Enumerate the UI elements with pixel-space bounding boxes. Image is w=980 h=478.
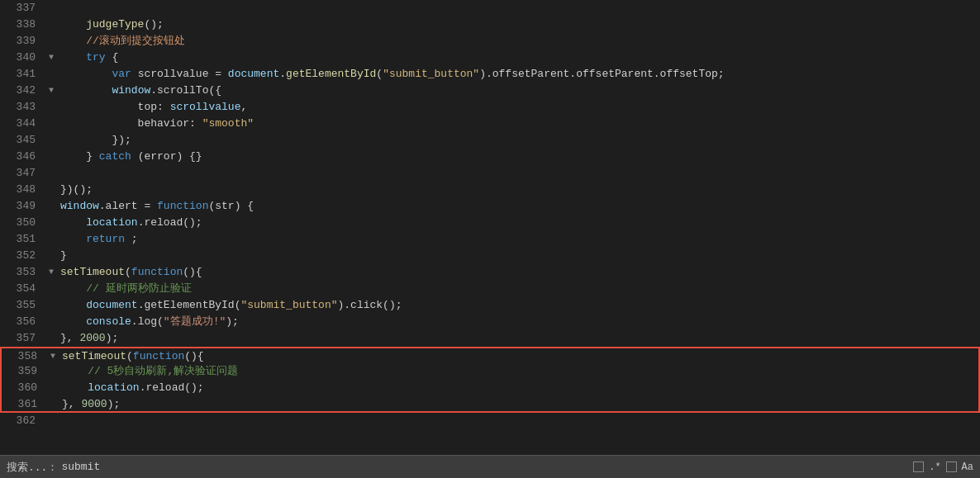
table-row: 362 (0, 413, 980, 429)
table-row: 350 location.reload(); (0, 215, 980, 231)
line-number: 346 (0, 149, 45, 165)
line-number: 350 (0, 215, 45, 231)
fold-arrow[interactable]: ▼ (45, 83, 57, 99)
line-number: 356 (0, 314, 45, 330)
line-number: 355 (0, 297, 45, 314)
line-content: window.scrollTo({ (57, 83, 980, 99)
code-area: 337 338 judgeType();339 //滚动到提交按钮处340▼ t… (0, 0, 980, 455)
table-row: 348 })(); (0, 182, 980, 198)
table-row: 339 //滚动到提交按钮处 (0, 33, 980, 50)
line-number: 347 (0, 165, 45, 182)
line-content: try { (57, 50, 980, 66)
line-content: } (57, 248, 980, 264)
line-number: 341 (0, 66, 45, 83)
table-row: 351 return ; (0, 231, 980, 248)
line-content: judgeType(); (57, 17, 980, 33)
line-content: // 5秒自动刷新,解决验证问题 (59, 363, 978, 380)
fold-arrow[interactable]: ▼ (45, 50, 57, 66)
line-content: //滚动到提交按钮处 (57, 33, 980, 50)
search-input[interactable] (61, 461, 160, 473)
line-number: 357 (0, 330, 45, 347)
table-row: 358▼setTimeout(function(){ (0, 347, 980, 363)
line-content (57, 165, 980, 182)
line-content: setTimeout(function(){ (57, 264, 980, 281)
line-number: 338 (0, 17, 45, 33)
search-options: .* Aa (913, 461, 973, 473)
line-content: location.reload(); (57, 215, 980, 231)
table-row: 341 var scrollvalue = document.getElemen… (0, 66, 980, 83)
table-row: 354 // 延时两秒防止验证 (0, 281, 980, 297)
line-content: window.alert = function(str) { (57, 198, 980, 215)
line-number: 337 (0, 0, 45, 17)
table-row: 355 document.getElementById("submit_butt… (0, 297, 980, 314)
line-number: 342 (0, 83, 45, 99)
checkbox-empty[interactable] (913, 461, 924, 472)
line-number: 344 (0, 116, 45, 132)
table-row: 352 } (0, 248, 980, 264)
table-row: 347 (0, 165, 980, 182)
editor-container: 337 338 judgeType();339 //滚动到提交按钮处340▼ t… (0, 0, 980, 478)
table-row: 356 console.log("答题成功!"); (0, 314, 980, 330)
table-row: 346 } catch (error) {} (0, 149, 980, 165)
line-content: document.getElementById("submit_button")… (57, 297, 980, 314)
line-content: }); (57, 132, 980, 149)
search-bar: 搜索...： .* Aa (0, 455, 980, 478)
line-content: setTimeout(function(){ (59, 348, 978, 365)
table-row: 343 top: scrollvalue, (0, 99, 980, 116)
line-content: }, 9000); (59, 396, 978, 413)
line-content: })(); (57, 182, 980, 198)
line-content: return ; (57, 231, 980, 248)
line-content: }, 2000); (57, 330, 980, 347)
line-number: 353 (0, 264, 45, 281)
line-content: console.log("答题成功!"); (57, 314, 980, 330)
fold-arrow[interactable]: ▼ (47, 348, 59, 365)
line-number: 361 (2, 396, 47, 413)
table-row: 337 (0, 0, 980, 17)
line-number: 351 (0, 231, 45, 248)
line-number: 358 (2, 348, 47, 365)
line-content: var scrollvalue = document.getElementByI… (57, 66, 980, 83)
line-number: 349 (0, 198, 45, 215)
line-number: 348 (0, 182, 45, 198)
line-content: } catch (error) {} (57, 149, 980, 165)
line-number: 359 (2, 363, 47, 380)
table-row: 359 // 5秒自动刷新,解决验证问题 (0, 363, 980, 380)
table-row: 361 }, 9000); (0, 396, 980, 413)
table-row: 338 judgeType(); (0, 17, 980, 33)
table-row: 349 window.alert = function(str) { (0, 198, 980, 215)
line-number: 340 (0, 50, 45, 66)
table-row: 353▼setTimeout(function(){ (0, 264, 980, 281)
code-lines: 337 338 judgeType();339 //滚动到提交按钮处340▼ t… (0, 0, 980, 455)
line-content (57, 413, 980, 429)
fold-arrow[interactable]: ▼ (45, 264, 57, 281)
line-content: location.reload(); (59, 380, 978, 396)
table-row: 340▼ try { (0, 50, 980, 66)
option-aa: Aa (962, 461, 973, 473)
line-number: 352 (0, 248, 45, 264)
line-number: 345 (0, 132, 45, 149)
table-row: 360 location.reload(); (0, 380, 980, 396)
line-content: top: scrollvalue, (57, 99, 980, 116)
table-row: 344 behavior: "smooth" (0, 116, 980, 132)
option-dot-star[interactable]: .* (929, 461, 940, 473)
table-row: 345 }); (0, 132, 980, 149)
table-row: 342▼ window.scrollTo({ (0, 83, 980, 99)
line-number: 360 (2, 380, 47, 396)
checkbox-aa[interactable] (946, 461, 957, 472)
table-row: 357 }, 2000); (0, 330, 980, 347)
line-number: 354 (0, 281, 45, 297)
line-number: 339 (0, 33, 45, 50)
line-number: 362 (0, 413, 45, 429)
line-content (57, 0, 980, 17)
search-label: 搜索...： (7, 460, 58, 475)
line-content: behavior: "smooth" (57, 116, 980, 132)
line-number: 343 (0, 99, 45, 116)
line-content: // 延时两秒防止验证 (57, 281, 980, 297)
